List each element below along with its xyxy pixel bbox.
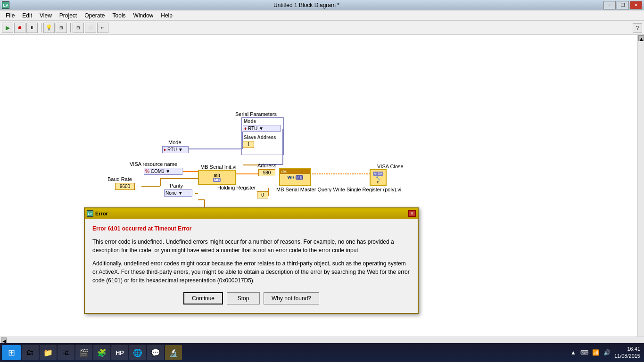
highlight-button[interactable]: 💡	[43, 23, 55, 33]
title-bar: LV Untitled 1 Block Diagram * ─ ❐ ✕	[0, 0, 644, 10]
menu-window[interactable]: Window	[130, 11, 157, 20]
start-button[interactable]: ⊞	[2, 345, 21, 360]
right-scrollbar[interactable]: ▲	[637, 35, 644, 337]
error-heading: Error 6101 occurred at Timeout Error	[92, 225, 410, 232]
address-label: Address	[257, 163, 276, 168]
taskbar-hp[interactable]: HP	[111, 345, 128, 360]
step-into-button[interactable]: ⊟	[73, 23, 84, 33]
dialog-title-bar: LV Error ✕	[85, 208, 418, 219]
pause-button[interactable]: ⏸	[26, 23, 38, 33]
record-button[interactable]: ⏺	[14, 23, 25, 33]
sp-mode-dropdown[interactable]: ♦ RTU ▼	[243, 125, 281, 132]
mb-query-write-block[interactable]: sbc WR MB	[279, 168, 311, 186]
visa-close-label: VISA Close	[377, 164, 404, 169]
title-bar-buttons: ─ ❐ ✕	[603, 1, 642, 9]
menu-help[interactable]: Help	[157, 11, 176, 20]
error-dialog: LV Error ✕ Error 6101 occurred at Timeou…	[84, 207, 419, 314]
taskbar-labview[interactable]: 🔬	[165, 345, 182, 360]
dialog-buttons: Continue Stop Why not found?	[92, 292, 410, 308]
taskbar: ⊞ 🗂 📁 🛍 🎬 🧩 HP 🌐 💬 🔬 ▲ ⌨ 📶 🔊 16:41 11/08…	[0, 343, 644, 362]
keyboard-icon[interactable]: ⌨	[580, 348, 589, 357]
menu-operate[interactable]: Operate	[81, 11, 108, 20]
error-additional: Additionally, undefined error codes migh…	[92, 259, 410, 285]
dialog-close-button[interactable]: ✕	[408, 210, 416, 217]
visa-resource-label: VISA resource name	[130, 161, 177, 167]
dialog-title: Error	[93, 211, 408, 216]
toolbar-separator-1	[40, 23, 41, 33]
visa-resource-dropdown[interactable]: % COM1 ▼	[144, 168, 182, 175]
continue-button[interactable]: Continue	[183, 292, 223, 304]
taskbar-store[interactable]: 🛍	[58, 345, 74, 360]
taskbar-file-explorer[interactable]: 🗂	[22, 345, 39, 360]
why-not-found-button[interactable]: Why not found?	[264, 292, 319, 304]
window-title: Untitled 1 Block Diagram *	[9, 2, 603, 8]
taskbar-puzzle[interactable]: 🧩	[93, 345, 110, 360]
step-over-button[interactable]: ⬜	[85, 23, 96, 33]
retain-button[interactable]: ⊞	[56, 23, 67, 33]
help-button[interactable]: ?	[633, 23, 642, 33]
visa-close-block[interactable]: VISA 🔧 C	[370, 169, 387, 186]
taskbar-right: ▲ ⌨ 📶 🔊 16:41 11/08/2015	[569, 346, 642, 360]
serial-params-cluster: Mode ♦ RTU ▼ Slave Address 1	[241, 117, 284, 155]
sp-mode-label: Mode	[242, 118, 283, 125]
minimize-button[interactable]: ─	[603, 1, 616, 9]
network-icon[interactable]: 📶	[592, 348, 600, 357]
menu-view[interactable]: View	[36, 11, 56, 20]
title-bar-left: LV	[2, 1, 9, 9]
bottom-scrollbar[interactable]: ◄	[0, 337, 644, 343]
serial-params-label: Serial Parameters	[235, 111, 277, 117]
restore-button[interactable]: ❐	[617, 1, 629, 9]
menu-bar: File Edit View Project Operate Tools Win…	[0, 10, 644, 21]
holding-register-label: Holding Register	[217, 185, 256, 190]
dialog-body: Error 6101 occurred at Timeout Error Thi…	[85, 219, 418, 313]
parity-label: Parity	[170, 183, 183, 189]
mb-serial-init-label: MB Serial Init.vi	[200, 164, 236, 170]
parity-dropdown[interactable]: None ▼	[164, 189, 192, 197]
stop-button[interactable]: Stop	[227, 292, 260, 304]
mode-label: Mode	[168, 140, 182, 145]
taskbar-chrome[interactable]: 🌐	[129, 345, 146, 360]
mb-serial-init-block[interactable]: Init MB	[198, 170, 236, 185]
menu-tools[interactable]: Tools	[109, 11, 130, 20]
step-out-button[interactable]: ↩	[97, 23, 108, 33]
mb-query-label: MB Serial Master Query Write Single Regi…	[276, 187, 418, 192]
dialog-icon: LV	[87, 210, 93, 217]
system-clock[interactable]: 16:41 11/08/2015	[614, 346, 640, 360]
run-button[interactable]: ▶	[2, 23, 13, 33]
close-button[interactable]: ✕	[630, 1, 642, 9]
app-icon: LV	[2, 1, 9, 9]
show-hidden-icons[interactable]: ▲	[569, 348, 578, 357]
taskbar-skype[interactable]: 💬	[147, 345, 164, 360]
taskbar-folder[interactable]: 📁	[40, 345, 57, 360]
volume-icon[interactable]: 🔊	[603, 348, 611, 357]
address-value: 980	[258, 169, 275, 176]
sp-slave-value: 1	[243, 141, 254, 148]
mode-dropdown[interactable]: ♦ RTU ▼	[162, 146, 189, 153]
baud-rate-label: Baud Rate	[107, 176, 132, 182]
sp-slave-label: Slave Address	[242, 134, 283, 141]
taskbar-media[interactable]: 🎬	[75, 345, 92, 360]
menu-edit[interactable]: Edit	[18, 11, 36, 20]
toolbar: ▶ ⏺ ⏸ 💡 ⊞ ⊟ ⬜ ↩ ?	[0, 21, 644, 35]
toolbar-separator-2	[69, 23, 71, 33]
baud-rate-value: 9600	[115, 183, 135, 190]
error-description: This error code is undefined. Undefined …	[92, 238, 410, 255]
holding-register-value: 0	[257, 191, 268, 198]
menu-project[interactable]: Project	[56, 11, 81, 20]
menu-file[interactable]: File	[2, 11, 18, 20]
